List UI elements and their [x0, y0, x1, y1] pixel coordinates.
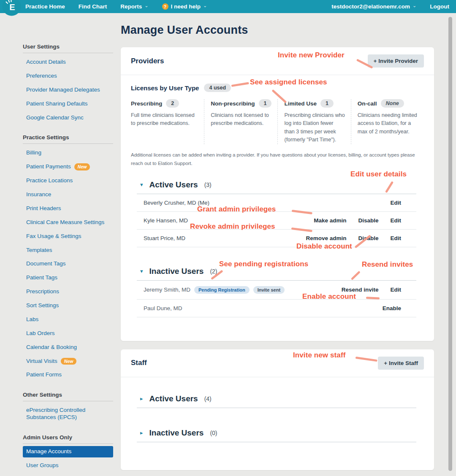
sidebar-item-calendar-booking[interactable]: Calendar & Booking [23, 341, 113, 354]
user-name: Paul Dune, MD [144, 305, 182, 311]
section-title: Inactive Users [149, 428, 204, 438]
main-content: Manage User Accounts Providers + Invite … [121, 24, 434, 476]
sidebar-item-patient-payments[interactable]: Patient Payments New [23, 160, 113, 174]
sidebar-item-account-details[interactable]: Account Details [23, 55, 113, 69]
license-description: Clinicians needing limited access to Ela… [358, 111, 418, 136]
license-col-limited-use: Limited Use 1 Prescribing clinicians who… [277, 99, 350, 144]
top-navbar: E Practice Home Find Chart Reports ⌄ ? I… [0, 0, 456, 13]
license-count-pill: 1 [259, 99, 272, 108]
license-description: Full time clinicians licensed to prescri… [131, 111, 198, 128]
table-row: Beverly Crusher, MD (Me) Edit [137, 194, 416, 212]
account-email: testdoctor2@elationemr.com [331, 3, 410, 10]
section-count: (2) [210, 268, 217, 275]
sidebar-item-sort-settings[interactable]: Sort Settings [23, 299, 113, 313]
sidebar-section-admin-users-only: Admin Users Only [23, 434, 113, 444]
nav-practice-home[interactable]: Practice Home [25, 3, 65, 10]
new-badge: New [61, 358, 77, 365]
providers-active-users-section: ▾ Active Users (3) Beverly Crusher, MD (… [137, 180, 416, 247]
license-name: Prescribing [131, 100, 162, 107]
sidebar-item-virtual-visits[interactable]: Virtual Visits New [23, 354, 113, 368]
edit-link[interactable]: Edit [391, 217, 402, 224]
inactive-users-header[interactable]: ▾ Inactive Users (2) [137, 267, 416, 281]
sidebar-item-user-groups[interactable]: User Groups [23, 459, 113, 473]
nav-reports-menu[interactable]: Reports ⌄ [120, 3, 148, 10]
sidebar-item-document-tags[interactable]: Document Tags [23, 257, 113, 271]
settings-sidebar: User Settings Account Details Preference… [23, 43, 113, 476]
active-users-header[interactable]: ▾ Active Users (3) [137, 180, 416, 194]
sidebar-item-print-headers[interactable]: Print Headers [23, 202, 113, 216]
nav-reports-label: Reports [120, 3, 142, 10]
sidebar-item-patient-forms[interactable]: Patient Forms [23, 368, 113, 382]
nav-account-menu[interactable]: testdoctor2@elationemr.com ⌄ [331, 3, 416, 10]
edit-link[interactable]: Edit [391, 235, 402, 241]
providers-card-title: Providers [131, 57, 164, 65]
sidebar-item-lab-orders[interactable]: Lab Orders [23, 327, 113, 341]
licenses-used-pill[interactable]: 4 used [204, 84, 231, 92]
user-name: Jeremy Smith, MD [144, 287, 190, 293]
license-col-on-call: On-call None Clinicians needing limited … [351, 99, 424, 144]
remove-admin-link[interactable]: Remove admin [306, 235, 346, 241]
license-count-pill: 1 [320, 99, 334, 108]
sidebar-item-labs[interactable]: Labs [23, 313, 113, 327]
caret-down-icon: ▾ [140, 268, 143, 274]
staff-active-users-section: ▸ Active Users (4) [137, 394, 416, 408]
svg-text:E: E [9, 3, 15, 12]
page-title: Manage User Accounts [121, 24, 434, 37]
license-count-pill: 2 [166, 99, 179, 108]
sidebar-item-clinical-care-measure-settings[interactable]: Clinical Care Measure Settings [23, 216, 113, 230]
license-col-prescribing: Prescribing 2 Full time clinicians licen… [131, 99, 204, 144]
table-row: Jeremy Smith, MD Pending Registration In… [137, 281, 416, 300]
sidebar-item-label: Patient Payments [26, 163, 71, 170]
elation-logo-icon[interactable]: E [2, 0, 21, 16]
enable-link[interactable]: Enable [383, 305, 401, 311]
disable-link[interactable]: Disable [358, 217, 378, 224]
sidebar-item-fax-usage-settings[interactable]: Fax Usage & Settings [23, 230, 113, 243]
license-col-non-prescribing: Non-prescribing 1 Clinicians not license… [204, 99, 277, 144]
nav-logout[interactable]: Logout [430, 3, 449, 10]
staff-card-title: Staff [131, 359, 147, 367]
sidebar-item-eprescribing-epcs[interactable]: ePrescribing Controlled Substances (EPCS… [23, 403, 113, 425]
vertical-scrollbar[interactable] [448, 17, 452, 471]
sidebar-item-templates[interactable]: Templates [23, 243, 113, 257]
licenses-footnote: Additional licenses can be added when in… [131, 151, 424, 168]
section-title: Active Users [149, 180, 198, 189]
sidebar-item-insurance[interactable]: Insurance [23, 188, 113, 202]
sidebar-item-provider-managed-delegates[interactable]: Provider Managed Delegates [23, 83, 113, 97]
sidebar-item-prescriptions[interactable]: Prescriptions [23, 285, 113, 299]
chevron-down-icon: ⌄ [144, 3, 148, 8]
sidebar-item-report-visit-note-categories[interactable]: Report & Visit Note Categories [23, 473, 113, 476]
disable-link[interactable]: Disable [358, 235, 378, 241]
make-admin-link[interactable]: Make admin [314, 217, 346, 224]
staff-inactive-users-section: ▸ Inactive Users (0) [137, 428, 416, 442]
edit-link[interactable]: Edit [391, 200, 402, 206]
table-row: Stuart Price, MD Remove admin Disable Ed… [137, 230, 416, 247]
sidebar-item-google-calendar-sync[interactable]: Google Calendar Sync [23, 111, 113, 125]
sidebar-section-user-settings: User Settings [23, 43, 113, 53]
nav-help-menu[interactable]: ? I need help ⌄ [162, 3, 207, 10]
help-question-icon: ? [162, 3, 168, 10]
chevron-down-icon: ⌄ [203, 3, 207, 8]
staff-active-users-header[interactable]: ▸ Active Users (4) [137, 394, 416, 408]
nav-find-chart[interactable]: Find Chart [79, 3, 107, 10]
table-row: Paul Dune, MD Enable [137, 300, 416, 317]
resend-invite-link[interactable]: Resend invite [342, 287, 379, 293]
invite-staff-button[interactable]: + Invite Staff [378, 357, 424, 370]
section-title: Inactive Users [149, 267, 204, 276]
sidebar-item-patient-sharing-defaults[interactable]: Patient Sharing Defaults [23, 97, 113, 111]
sidebar-item-billing[interactable]: Billing [23, 146, 113, 160]
providers-inactive-users-section: ▾ Inactive Users (2) Jeremy Smith, MD Pe… [137, 267, 416, 317]
sidebar-item-label: Virtual Visits [26, 358, 57, 365]
license-name: Limited Use [284, 100, 317, 107]
sidebar-item-manage-accounts[interactable]: Manage Accounts [23, 446, 113, 457]
chevron-down-icon: ⌄ [413, 3, 416, 8]
sidebar-item-preferences[interactable]: Preferences [23, 69, 113, 83]
sidebar-item-practice-locations[interactable]: Practice Locations [23, 174, 113, 188]
invite-provider-button[interactable]: + Invite Provider [368, 54, 424, 68]
license-description: Clinicians not licensed to prescribe med… [211, 111, 271, 128]
table-row: Kyle Hansen, MD Make admin Disable Edit [137, 212, 416, 230]
sidebar-item-patient-tags[interactable]: Patient Tags [23, 271, 113, 285]
invite-sent-badge: Invite sent [253, 286, 285, 294]
staff-inactive-users-header[interactable]: ▸ Inactive Users (0) [137, 428, 416, 442]
edit-link[interactable]: Edit [391, 287, 402, 293]
licenses-title: Licenses by User Type [131, 84, 199, 92]
